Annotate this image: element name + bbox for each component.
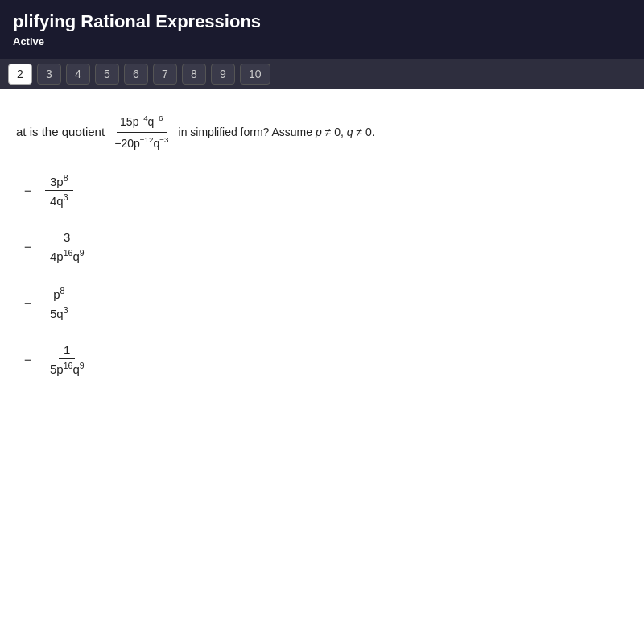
option-4-numerator: 1 — [59, 343, 75, 359]
option-3-sign: − — [24, 296, 34, 310]
content-area: at is the quotient 15p−4q−6 −20p−12q−3 i… — [0, 89, 644, 400]
tabs-bar: 2 3 4 5 6 7 8 9 10 — [0, 59, 644, 89]
option-2[interactable]: − 3 4p16q9 — [24, 230, 628, 263]
option-2-denominator: 4p16q9 — [45, 246, 89, 263]
option-2-sign: − — [24, 240, 34, 254]
option-3[interactable]: − p8 5q3 — [24, 286, 628, 320]
option-1-fraction: 3p8 4q3 — [45, 173, 73, 208]
question-text: at is the quotient 15p−4q−6 −20p−12q−3 i… — [16, 112, 628, 154]
option-4-fraction: 1 5p16q9 — [45, 343, 89, 376]
option-1-numerator: 3p8 — [45, 173, 73, 191]
question-prefix: at is the quotient — [16, 125, 105, 138]
question-denominator: −20p−12q−3 — [111, 133, 171, 153]
tab-4[interactable]: 4 — [66, 64, 90, 85]
tab-3[interactable]: 3 — [37, 64, 61, 85]
status-badge: Active — [13, 35, 631, 56]
tab-5[interactable]: 5 — [95, 64, 119, 85]
option-4[interactable]: − 1 5p16q9 — [24, 343, 628, 376]
option-4-sign: − — [24, 353, 34, 366]
option-3-fraction: p8 5q3 — [45, 286, 73, 320]
options-list: − 3p8 4q3 − 3 4p16q9 − p8 5q3 − — [16, 173, 628, 376]
option-1-sign: − — [24, 184, 34, 197]
tab-7[interactable]: 7 — [153, 64, 177, 85]
option-2-fraction: 3 4p16q9 — [45, 230, 89, 263]
option-1-denominator: 4q3 — [45, 191, 73, 208]
tab-10[interactable]: 10 — [240, 64, 270, 85]
tab-2[interactable]: 2 — [8, 64, 32, 85]
option-2-numerator: 3 — [59, 230, 75, 246]
option-4-denominator: 5p16q9 — [45, 359, 89, 376]
option-1[interactable]: − 3p8 4q3 — [24, 173, 628, 208]
option-3-denominator: 5q3 — [45, 303, 73, 320]
tab-8[interactable]: 8 — [182, 64, 206, 85]
header: plifying Rational Expressions Active — [0, 0, 644, 59]
tab-9[interactable]: 9 — [211, 64, 235, 85]
question-numerator: 15p−4q−6 — [117, 112, 167, 133]
tab-6[interactable]: 6 — [124, 64, 148, 85]
question-fraction: 15p−4q−6 −20p−12q−3 — [111, 112, 171, 154]
option-3-numerator: p8 — [48, 286, 69, 303]
question-suffix: in simplified form? Assume p ≠ 0, q ≠ 0. — [179, 126, 375, 138]
page-title: plifying Rational Expressions — [13, 11, 631, 32]
